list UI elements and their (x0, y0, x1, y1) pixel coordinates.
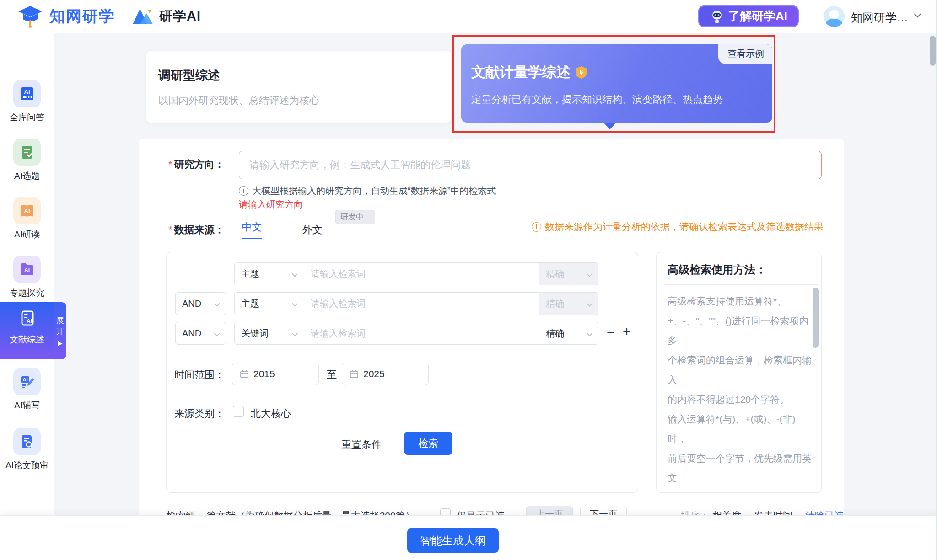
sidebar-item-qa[interactable]: AI 全库问答 (0, 80, 54, 123)
sidebar-item-label: AI辅写 (0, 400, 54, 411)
chevron-down-icon (587, 331, 592, 336)
field-select[interactable]: 主题 (234, 262, 304, 285)
year-to-picker[interactable]: 2025 (342, 363, 429, 385)
divider (664, 284, 818, 285)
product-title: 研学AI (159, 7, 201, 26)
pencil-ai-icon: AI (13, 368, 41, 395)
match-select-value: 精确 (546, 327, 564, 340)
graduation-cap-logo-icon (17, 5, 43, 28)
year-from-picker[interactable]: 2015 (232, 363, 319, 385)
search-term-input[interactable] (303, 292, 540, 315)
field-select-value: 关键词 (241, 327, 269, 340)
help-scrollbar-thumb[interactable] (813, 288, 819, 348)
match-select[interactable]: 精确 (539, 322, 598, 345)
paid-badge-icon: ¥ (575, 66, 587, 79)
learn-ai-button[interactable]: 了解研学AI (698, 5, 799, 27)
sidebar-item-literature-review[interactable]: AI 文献综述 展开 ▶ (0, 302, 54, 359)
data-source-warning: ! 数据来源作为计量分析的依据，请确认检索表达式及筛选数据结果 (512, 220, 824, 233)
sidebar: AI 全库问答 AI选题 AI AI研读 (0, 33, 54, 560)
sidebar-item-precheck[interactable]: AI论文预审 (0, 428, 54, 471)
field-select[interactable]: 主题 (234, 292, 304, 315)
page-scrollbar-thumb[interactable] (930, 36, 936, 66)
research-direction-input[interactable] (239, 151, 822, 179)
chevron-down-icon (292, 301, 298, 307)
to-label: 至 (327, 368, 337, 382)
time-range-label: 时间范围： (174, 368, 225, 382)
svg-text:AI: AI (24, 267, 30, 273)
sidebar-item-label: 专题探究 (0, 287, 54, 299)
operator-value: AND (182, 299, 201, 309)
card-survey-review[interactable]: 调研型综述 以国内外研究现状、总结评述为核心 (146, 51, 451, 123)
document-ai-icon: AI (0, 302, 54, 330)
avatar-head (829, 10, 839, 18)
warning-icon: ! (532, 222, 541, 232)
operator-select[interactable]: AND (175, 322, 226, 345)
field-select[interactable]: 关键词 (234, 322, 304, 345)
sidebar-item-explore[interactable]: AI 专题探究 (0, 256, 54, 299)
data-source-warning-text: 数据来源作为计量分析的依据，请确认检索表达式及筛选数据结果 (545, 220, 824, 233)
help-body: 高级检索支持使用运算符*、 +、-、''、""、()进行同一检索项内多 个检索词… (668, 291, 814, 493)
calendar-icon (350, 369, 359, 379)
product-logo-icon (133, 7, 154, 26)
chevron-down-icon (214, 301, 220, 307)
learn-ai-label: 了解研学AI (728, 8, 787, 24)
match-select-value: 精确 (546, 298, 564, 310)
account-name[interactable]: 知网研学… (851, 10, 908, 25)
header-divider (124, 10, 124, 23)
svg-text:AI: AI (24, 88, 30, 95)
sidebar-item-topic-select[interactable]: AI选题 (0, 139, 54, 182)
in-development-badge: 研发中... (335, 210, 375, 224)
search-button[interactable]: 检索 (404, 432, 452, 455)
calendar-icon (240, 369, 249, 379)
search-term-input[interactable] (303, 262, 540, 285)
card-desc: 定量分析已有文献，揭示知识结构、演变路径、热点趋势 (471, 93, 772, 107)
generate-outline-button[interactable]: 智能生成大纲 (407, 528, 499, 553)
search-term-input[interactable] (303, 322, 540, 345)
chevron-down-icon (587, 301, 592, 307)
header: 知网研学 研学AI 了解研学AI 知网研学… (0, 0, 937, 33)
field-select-value: 主题 (241, 298, 259, 310)
research-direction-label: 研究方向： (174, 159, 225, 170)
document-magnifier-icon (13, 428, 41, 455)
sidebar-item-writing[interactable]: AI AI辅写 (0, 368, 54, 411)
card-title: 文献计量学综述 (471, 63, 571, 82)
chevron-down-icon (587, 271, 592, 277)
help-title: 高级检索使用方法： (668, 262, 821, 277)
chevron-down-icon (214, 331, 220, 336)
avatar[interactable] (824, 6, 845, 27)
remove-row-button[interactable]: − (607, 325, 615, 339)
sidebar-item-label: AI论文预审 (0, 459, 54, 471)
source-category-label: 来源类别： (174, 407, 225, 421)
view-example-link[interactable]: 查看示例 (718, 44, 772, 64)
reset-conditions-button[interactable]: 重置条件 (341, 438, 382, 452)
chevron-down-icon (292, 271, 298, 277)
card-desc: 以国内外研究现状、总结评述为核心 (158, 94, 451, 107)
sidebar-item-label: AI选题 (0, 170, 54, 182)
match-select-disabled: 精确 (539, 292, 598, 315)
year-from-value: 2015 (253, 368, 275, 379)
operator-select[interactable]: AND (175, 292, 226, 315)
svg-text:AI: AI (23, 377, 28, 382)
direction-hint: ! 大模型根据输入的研究方向，自动生成“数据来源”中的检索式 (239, 185, 496, 197)
match-select-value: 精确 (546, 268, 564, 280)
direction-hint-text: 大模型根据输入的研究方向，自动生成“数据来源”中的检索式 (252, 185, 496, 197)
footer-bar: 智能生成大纲 (0, 515, 937, 560)
add-row-button[interactable]: + (623, 325, 631, 338)
expand-handle[interactable]: 展开 ▶ (54, 302, 66, 359)
brand[interactable]: 知网研学 (17, 5, 115, 28)
tab-foreign[interactable]: 外文 (302, 223, 323, 237)
sidebar-item-label: 全库问答 (0, 112, 54, 123)
chevron-down-icon[interactable] (914, 11, 921, 18)
card-bibliometric-review[interactable]: 文献计量学综述 ¥ 定量分析已有文献，揭示知识结构、演变路径、热点趋势 查看示例 (461, 44, 772, 123)
required-asterisk: * (168, 224, 172, 236)
arrow-right-icon: ▶ (58, 340, 63, 347)
research-direction-row: *研究方向： (168, 158, 225, 171)
chevron-down-icon (292, 331, 298, 336)
svg-text:¥: ¥ (580, 69, 583, 76)
data-source-label: 数据来源： (174, 223, 225, 237)
sidebar-item-reading[interactable]: AI AI研读 (0, 197, 54, 240)
document-check-icon (13, 139, 41, 166)
robot-icon (710, 9, 724, 24)
tab-chinese[interactable]: 中文 (242, 220, 262, 239)
pku-core-checkbox[interactable] (233, 406, 244, 417)
